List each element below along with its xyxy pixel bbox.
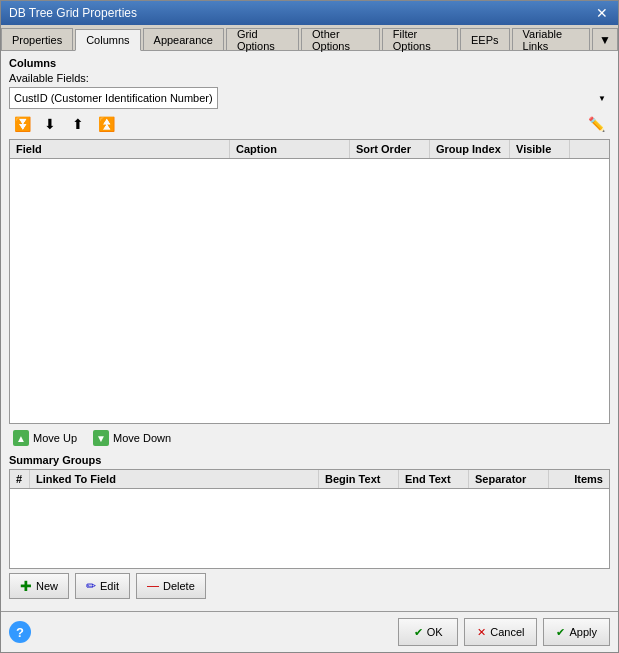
ok-button[interactable]: ✔ OK bbox=[398, 618, 458, 646]
move-up-button[interactable]: ▲ Move Up bbox=[9, 428, 81, 448]
tab-dropdown-button[interactable]: ▼ bbox=[592, 28, 618, 50]
tab-appearance[interactable]: Appearance bbox=[143, 28, 224, 50]
move-to-top-button[interactable]: ⏫ bbox=[93, 113, 119, 135]
plus-icon: ✚ bbox=[20, 578, 32, 594]
main-window: DB Tree Grid Properties ✕ Properties Col… bbox=[0, 0, 619, 653]
apply-label: Apply bbox=[569, 626, 597, 638]
tab-variable-links[interactable]: Variable Links bbox=[512, 28, 591, 50]
footer-buttons: ✔ OK ✕ Cancel ✔ Apply bbox=[398, 618, 610, 646]
summary-grid-header: # Linked To Field Begin Text End Text Se… bbox=[10, 470, 609, 489]
apply-button[interactable]: ✔ Apply bbox=[543, 618, 610, 646]
available-fields-label: Available Fields: bbox=[9, 72, 610, 84]
delete-button-label: Delete bbox=[163, 580, 195, 592]
caption-column-header: Caption bbox=[230, 140, 350, 158]
sort-order-column-header: Sort Order bbox=[350, 140, 430, 158]
tab-properties[interactable]: Properties bbox=[1, 28, 73, 50]
field-column-header: Field bbox=[10, 140, 230, 158]
move-down-nav-button[interactable]: ⬇ bbox=[37, 113, 63, 135]
delete-icon: — bbox=[147, 579, 159, 593]
move-up-label: Move Up bbox=[33, 432, 77, 444]
title-bar: DB Tree Grid Properties ✕ bbox=[1, 1, 618, 25]
end-text-column-header: End Text bbox=[399, 470, 469, 488]
ok-icon: ✔ bbox=[414, 626, 423, 639]
move-buttons-row: ▲ Move Up ▼ Move Down bbox=[9, 428, 610, 448]
main-content: Columns Available Fields: CustID (Custom… bbox=[1, 51, 618, 611]
delete-button[interactable]: — Delete bbox=[136, 573, 206, 599]
columns-section-label: Columns bbox=[9, 57, 610, 69]
pencil-edit-button[interactable]: ✏️ bbox=[583, 113, 610, 135]
tab-grid-options[interactable]: Grid Options bbox=[226, 28, 299, 50]
ok-label: OK bbox=[427, 626, 443, 638]
available-fields-row: CustID (Customer Identification Number) bbox=[9, 87, 610, 109]
visible-column-header: Visible bbox=[510, 140, 570, 158]
move-up-nav-button[interactable]: ⬆ bbox=[65, 113, 91, 135]
cancel-label: Cancel bbox=[490, 626, 524, 638]
cancel-icon: ✕ bbox=[477, 626, 486, 639]
move-up-icon: ▲ bbox=[13, 430, 29, 446]
items-column-header: Items bbox=[549, 470, 609, 488]
summary-groups-grid: # Linked To Field Begin Text End Text Se… bbox=[9, 469, 610, 569]
move-down-label: Move Down bbox=[113, 432, 171, 444]
nav-buttons-row: ⏬ ⬇ ⬆ ⏫ ✏️ bbox=[9, 113, 610, 135]
apply-icon: ✔ bbox=[556, 626, 565, 639]
action-buttons-row: ✚ New ✏ Edit — Delete bbox=[9, 573, 610, 599]
available-fields-dropdown[interactable]: CustID (Customer Identification Number) bbox=[9, 87, 218, 109]
begin-text-column-header: Begin Text bbox=[319, 470, 399, 488]
cancel-button[interactable]: ✕ Cancel bbox=[464, 618, 537, 646]
separator-column-header: Separator bbox=[469, 470, 549, 488]
summary-groups-label: Summary Groups bbox=[9, 454, 610, 466]
tab-eeps[interactable]: EEPs bbox=[460, 28, 510, 50]
footer: ? ✔ OK ✕ Cancel ✔ Apply bbox=[1, 611, 618, 652]
move-down-button[interactable]: ▼ Move Down bbox=[89, 428, 175, 448]
close-button[interactable]: ✕ bbox=[594, 5, 610, 21]
columns-grid: Field Caption Sort Order Group Index Vis… bbox=[9, 139, 610, 424]
window-title: DB Tree Grid Properties bbox=[9, 6, 137, 20]
move-to-bottom-button[interactable]: ⏬ bbox=[9, 113, 35, 135]
summary-groups-section: Summary Groups # Linked To Field Begin T… bbox=[9, 454, 610, 605]
tab-bar: Properties Columns Appearance Grid Optio… bbox=[1, 25, 618, 51]
tab-filter-options[interactable]: Filter Options bbox=[382, 28, 458, 50]
edit-button[interactable]: ✏ Edit bbox=[75, 573, 130, 599]
new-button-label: New bbox=[36, 580, 58, 592]
grid-body bbox=[10, 159, 609, 359]
edit-button-label: Edit bbox=[100, 580, 119, 592]
new-button[interactable]: ✚ New bbox=[9, 573, 69, 599]
group-index-column-header: Group Index bbox=[430, 140, 510, 158]
hash-column-header: # bbox=[10, 470, 30, 488]
edit-icon: ✏ bbox=[86, 579, 96, 593]
grid-header: Field Caption Sort Order Group Index Vis… bbox=[10, 140, 609, 159]
tab-other-options[interactable]: Other Options bbox=[301, 28, 380, 50]
linked-to-field-column-header: Linked To Field bbox=[30, 470, 319, 488]
available-fields-dropdown-wrapper: CustID (Customer Identification Number) bbox=[9, 87, 610, 109]
move-down-icon: ▼ bbox=[93, 430, 109, 446]
help-button[interactable]: ? bbox=[9, 621, 31, 643]
tab-columns[interactable]: Columns bbox=[75, 29, 140, 51]
